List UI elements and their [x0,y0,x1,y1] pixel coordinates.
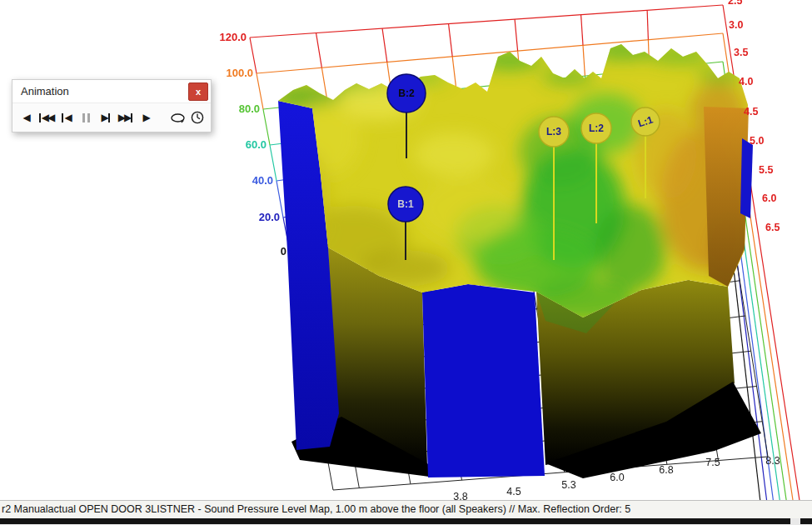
svg-text:0: 0 [281,245,286,258]
animation-window-titlebar[interactable]: Animation x [12,80,211,103]
status-bar-text: r2 Manualactual OPEN DOOR 3LISTNER - Sou… [2,503,630,515]
go-to-end-button[interactable]: ▶▶ [117,108,135,128]
triangle-left-icon: ◀◀ [42,112,53,122]
triangle-left-icon: ◀ [22,112,28,122]
pause-button[interactable] [77,108,95,128]
svg-text:3.5: 3.5 [734,47,748,58]
svg-text:6.0: 6.0 [610,472,624,483]
svg-text:120.0: 120.0 [219,31,247,43]
status-bar: r2 Manualactual OPEN DOOR 3LISTNER - Sou… [0,500,812,519]
step-back-button[interactable]: ◀ [57,108,75,128]
spl-surface [271,40,761,478]
svg-text:B:2: B:2 [398,88,415,99]
svg-text:2.5: 2.5 [728,0,742,7]
triangle-right-icon: ▶▶ [118,112,130,122]
loop-icon [170,112,186,123]
svg-text:5.0: 5.0 [750,135,764,147]
svg-text:5.5: 5.5 [759,164,773,176]
play-reverse-button[interactable]: ◀ [17,108,35,128]
triangle-left-icon: ◀ [64,112,70,122]
svg-text:7.5: 7.5 [705,457,720,468]
go-to-start-button[interactable]: ◀◀ [37,108,55,128]
svg-text:4.5: 4.5 [506,486,521,498]
animation-window: Animation x ◀◀◀◀▶▶▶▶ [12,79,212,132]
timer-button[interactable] [188,108,207,128]
svg-text:4.0: 4.0 [739,76,753,88]
triangle-right-icon: ▶ [101,112,107,122]
svg-text:6.8: 6.8 [659,464,673,476]
svg-text:L:3: L:3 [546,126,561,138]
app-stage: B:2B:1L:3L:2L:1 120.0100.080.060.040.020… [0,0,812,525]
svg-text:8.3: 8.3 [765,455,780,467]
animation-window-title: Animation [21,85,69,98]
svg-text:20.0: 20.0 [259,211,280,223]
play-button[interactable]: ▶ [137,108,155,128]
svg-text:6.0: 6.0 [762,192,776,204]
svg-text:100.0: 100.0 [226,67,253,79]
bottom-edge-right-segment [800,518,812,524]
animation-toolbar: ◀◀◀◀▶▶▶▶ [12,103,211,132]
close-icon[interactable]: x [188,82,208,101]
svg-text:40.0: 40.0 [252,174,273,187]
pause-icon [82,113,90,122]
svg-text:80.0: 80.0 [239,102,260,115]
svg-text:L:2: L:2 [589,122,604,134]
clock-icon [191,111,204,124]
svg-text:B:1: B:1 [397,198,414,210]
svg-text:3.0: 3.0 [729,19,743,31]
step-forward-button[interactable]: ▶ [97,108,115,128]
svg-text:60.0: 60.0 [246,138,267,151]
triangle-right-icon: ▶ [142,112,148,122]
svg-text:4.5: 4.5 [744,106,758,118]
bottom-window-edge [0,518,812,525]
bottom-edge-left-segment [0,518,790,524]
svg-text:5.3: 5.3 [561,479,575,491]
loop-button[interactable] [168,108,187,128]
svg-text:6.5: 6.5 [765,222,780,233]
